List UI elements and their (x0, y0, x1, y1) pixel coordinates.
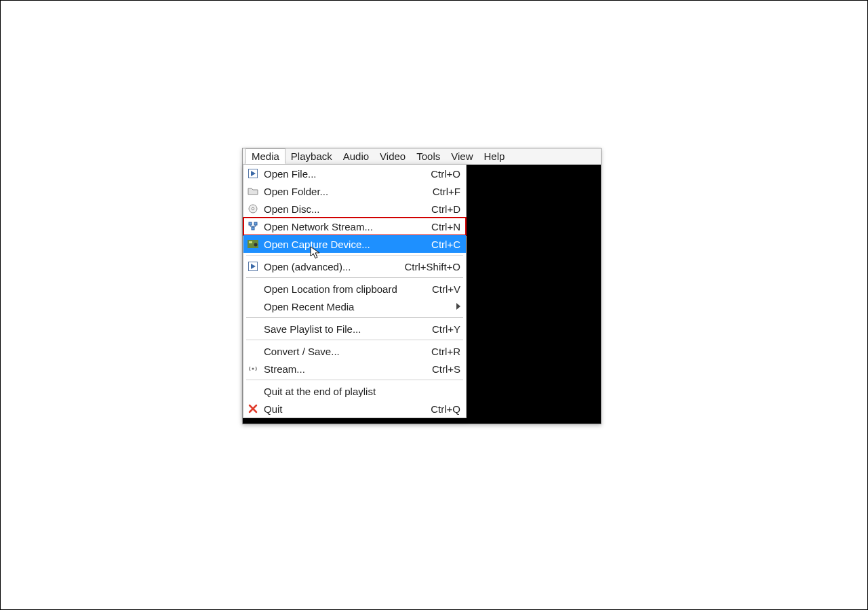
menu-open-network-stream[interactable]: Open Network Stream... Ctrl+N (243, 218, 466, 235)
menu-convert-save[interactable]: Convert / Save... Ctrl+R (243, 342, 466, 360)
menu-quit[interactable]: Quit Ctrl+Q (243, 400, 466, 418)
play-file-icon (246, 167, 260, 180)
svg-rect-4 (249, 222, 252, 225)
menu-label: Open (advanced)... (264, 261, 396, 272)
folder-icon (246, 184, 260, 198)
disc-icon (246, 202, 260, 216)
menu-label: Open File... (264, 168, 422, 180)
svg-point-9 (254, 243, 258, 247)
blank-icon (246, 344, 260, 358)
blank-icon (246, 300, 260, 313)
blank-icon (246, 384, 260, 398)
menu-stream[interactable]: Stream... Ctrl+S (243, 360, 466, 378)
submenu-arrow-icon (456, 303, 460, 310)
menubar-item-playback[interactable]: Playback (285, 149, 338, 163)
menu-open-recent-media[interactable]: Open Recent Media (243, 298, 466, 315)
network-icon (246, 220, 260, 233)
svg-point-12 (252, 368, 254, 370)
menu-shortcut: Ctrl+F (425, 186, 460, 197)
menubar-item-media[interactable]: Media (245, 148, 285, 164)
menu-label: Open Folder... (264, 186, 425, 197)
menu-separator (246, 255, 463, 256)
close-icon (246, 402, 260, 415)
menu-shortcut: Ctrl+S (424, 363, 460, 375)
blank-icon (246, 282, 260, 296)
menu-separator (246, 340, 463, 340)
menu-shortcut: Ctrl+N (423, 221, 460, 232)
menu-shortcut: Ctrl+D (423, 203, 460, 215)
svg-rect-8 (249, 241, 252, 243)
menu-open-file[interactable]: Open File... Ctrl+O (243, 165, 466, 182)
menubar-item-tools[interactable]: Tools (411, 149, 446, 163)
stream-icon (246, 362, 260, 375)
menu-shortcut: Ctrl+V (424, 283, 460, 295)
menubar-item-view[interactable]: View (446, 149, 478, 163)
media-dropdown: Open File... Ctrl+O Open Folder... Ctrl+… (243, 164, 467, 418)
menu-label: Open Location from clipboard (264, 283, 424, 295)
menu-label: Open Network Stream... (264, 221, 423, 232)
menu-separator (246, 277, 463, 278)
menu-separator (246, 317, 463, 318)
capture-device-icon (246, 237, 260, 251)
app-window: Media Playback Audio Video Tools View He… (242, 148, 601, 424)
menu-shortcut: Ctrl+Shift+O (396, 261, 460, 272)
menu-separator (246, 380, 463, 380)
menu-quit-end-playlist[interactable]: Quit at the end of playlist (243, 382, 466, 400)
menu-label: Quit (264, 403, 422, 415)
svg-rect-5 (254, 222, 257, 225)
menu-label: Open Disc... (264, 203, 423, 215)
menubar-item-audio[interactable]: Audio (338, 149, 374, 163)
menu-label: Quit at the end of playlist (264, 386, 460, 397)
menu-label: Save Playlist to File... (264, 323, 424, 335)
menu-label: Stream... (264, 363, 424, 375)
play-file-icon (246, 260, 260, 273)
menu-open-advanced[interactable]: Open (advanced)... Ctrl+Shift+O (243, 258, 466, 275)
menu-shortcut: Ctrl+Y (424, 323, 460, 335)
menu-shortcut: Ctrl+R (423, 346, 460, 357)
menu-shortcut: Ctrl+Q (422, 403, 460, 415)
menu-open-capture-device[interactable]: Open Capture Device... Ctrl+C (243, 235, 466, 253)
svg-point-3 (252, 207, 254, 210)
menu-save-playlist[interactable]: Save Playlist to File... Ctrl+Y (243, 320, 466, 338)
menu-open-folder[interactable]: Open Folder... Ctrl+F (243, 182, 466, 200)
menubar-item-video[interactable]: Video (374, 149, 411, 163)
svg-rect-6 (252, 227, 254, 230)
menu-label: Open Capture Device... (264, 239, 423, 250)
menubar: Media Playback Audio Video Tools View He… (243, 148, 601, 165)
menu-label: Open Recent Media (264, 301, 456, 312)
menu-shortcut: Ctrl+O (422, 168, 460, 180)
menu-open-disc[interactable]: Open Disc... Ctrl+D (243, 200, 466, 218)
blank-icon (246, 322, 260, 336)
menu-shortcut: Ctrl+C (423, 239, 460, 250)
menu-label: Convert / Save... (264, 346, 423, 357)
menu-open-location-clipboard[interactable]: Open Location from clipboard Ctrl+V (243, 280, 466, 298)
menubar-item-help[interactable]: Help (478, 149, 510, 163)
